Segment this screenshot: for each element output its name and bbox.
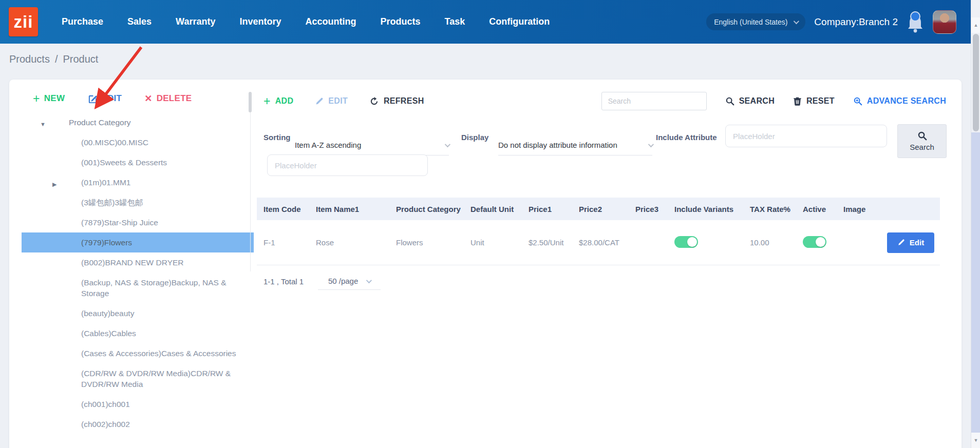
product-list-panel: + ADD EDIT REFRESH — [259, 80, 949, 448]
tree-item-label: (3罐包邮)3罐包邮 — [81, 198, 143, 207]
new-category-button[interactable]: + NEW — [33, 93, 65, 104]
tree-item-label: (Cases & Accessories)Cases & Accessories — [81, 349, 236, 358]
tree-item[interactable]: (ch001)ch001 — [22, 394, 254, 414]
tree-item[interactable]: (Backup, NAS & Storage)Backup, NAS & Sto… — [22, 272, 254, 303]
tree-item[interactable]: (ch002)ch002 — [22, 414, 254, 434]
advance-search-button[interactable]: ADVANCE SEARCH — [853, 96, 946, 106]
search-icon — [917, 131, 927, 141]
search-icon — [725, 96, 734, 106]
search-input[interactable] — [601, 92, 707, 110]
menu-item-products[interactable]: Products — [380, 16, 420, 27]
user-avatar[interactable] — [933, 10, 956, 34]
refresh-icon — [369, 96, 379, 106]
language-selector-value: English (United States) — [714, 18, 787, 26]
sorting-filter-input[interactable] — [267, 154, 428, 176]
notification-bell[interactable] — [907, 11, 924, 33]
refresh-label: REFRESH — [384, 96, 424, 106]
table-header: Item Code Item Name1 Product Category De… — [257, 198, 940, 220]
edit-category-label: EDIT — [101, 93, 122, 104]
tree-item[interactable]: (beauty)beauty — [22, 303, 254, 323]
tree-item-label: (Backup, NAS & Storage)Backup, NAS & Sto… — [81, 278, 227, 298]
add-product-label: ADD — [275, 96, 294, 106]
x-icon: ✕ — [144, 93, 152, 104]
new-category-label: NEW — [44, 93, 65, 104]
tree-item[interactable]: (Cases & Accessories)Cases & Accessories — [22, 343, 254, 363]
cell-item-name: Rose — [316, 238, 396, 247]
add-product-button[interactable]: + ADD — [263, 96, 293, 106]
search-plus-icon — [853, 96, 862, 106]
tree-item-label: (beauty)beauty — [81, 309, 134, 318]
caret-down-icon[interactable]: ▼ — [40, 119, 46, 130]
scroll-down-arrow-icon[interactable]: ▼ — [971, 433, 980, 448]
sorting-select[interactable]: Item A-Z ascending — [295, 135, 449, 155]
tree-root-label: Product Category — [69, 118, 131, 127]
menu-item-accounting[interactable]: Accounting — [305, 16, 356, 27]
scroll-up-arrow-icon[interactable]: ▲ — [971, 17, 980, 33]
active-toggle[interactable] — [803, 236, 826, 248]
column-include-variants: Include Variants — [674, 205, 750, 213]
filter-search-button[interactable]: Search — [897, 124, 947, 158]
tree-item[interactable]: ▶ (01m)01.MM1 — [22, 172, 254, 192]
menu-item-sales[interactable]: Sales — [127, 16, 152, 27]
tree-root-product-category[interactable]: ▼ Product Category — [22, 112, 254, 132]
tree-item[interactable]: (Cables)Cables — [22, 323, 254, 343]
refresh-button[interactable]: REFRESH — [369, 96, 424, 106]
cell-default-unit: Unit — [470, 238, 529, 247]
breadcrumb-product[interactable]: Product — [63, 53, 99, 65]
breadcrumb: Products / Product — [9, 53, 98, 65]
row-edit-button[interactable]: Edit — [887, 232, 934, 253]
menu-item-task[interactable]: Task — [445, 16, 465, 27]
tree-item[interactable]: (B002)BRAND NEW DRYER — [22, 252, 254, 272]
menu-item-inventory[interactable]: Inventory — [239, 16, 281, 27]
display-select-value: Do not display attribute information — [498, 141, 617, 149]
display-label: Display — [461, 133, 488, 142]
panel-divider-scrollbar[interactable] — [249, 92, 252, 271]
search-button[interactable]: SEARCH — [725, 96, 775, 106]
tree-item[interactable]: (001)Sweets & Desserts — [22, 152, 254, 172]
tree-item[interactable]: (00.MISC)00.MISC — [22, 132, 254, 152]
sorting-select-value: Item A-Z ascending — [295, 141, 361, 149]
app-logo[interactable]: zii — [9, 7, 38, 36]
page-scrollbar[interactable]: ▲ ▼ — [971, 0, 980, 448]
tree-item-label: (B002)BRAND NEW DRYER — [81, 258, 184, 267]
column-item-name: Item Name1 — [316, 205, 396, 213]
include-variants-toggle[interactable] — [674, 236, 698, 248]
panel-scrollbar-thumb[interactable] — [249, 92, 252, 112]
edit-category-button[interactable]: EDIT — [87, 93, 122, 104]
table-row: F-1 Rose Flowers Unit $2.50/Unit $28.00/… — [257, 220, 940, 265]
category-actions: + NEW EDIT ✕ DELETE — [33, 93, 192, 104]
breadcrumb-products[interactable]: Products — [9, 53, 50, 65]
tree-item[interactable]: (CDR/RW & DVDR/RW Media)CDR/RW & DVDR/RW… — [22, 363, 254, 394]
tree-item-selected[interactable]: (7979)Flowers — [22, 232, 254, 252]
cell-price2: $28.00/CAT — [579, 238, 635, 247]
menu-item-purchase[interactable]: Purchase — [62, 16, 103, 27]
search-label: SEARCH — [739, 96, 775, 106]
menu-item-configuration[interactable]: Configuration — [489, 16, 550, 27]
reset-button[interactable]: RESET — [793, 96, 835, 106]
edit-product-button[interactable]: EDIT — [315, 96, 348, 106]
pagination-range: 1-1 , Total 1 — [263, 277, 304, 286]
column-image: Image — [843, 205, 887, 213]
column-item-code: Item Code — [263, 205, 316, 213]
reset-label: RESET — [806, 96, 835, 106]
tree-item[interactable]: (3罐包邮)3罐包邮 — [22, 192, 254, 212]
include-attribute-label: Include Attribute — [656, 133, 717, 142]
tree-item-label: (7879)Star-Ship Juice — [81, 218, 158, 227]
page-size-select[interactable]: 50 /page — [318, 272, 381, 290]
sorting-label: Sorting — [263, 133, 291, 142]
breadcrumb-separator: / — [55, 53, 58, 65]
language-selector[interactable]: English (United States) — [706, 13, 805, 30]
chevron-down-icon — [366, 277, 372, 283]
tree-item-label: (7979)Flowers — [81, 238, 132, 247]
include-attribute-input[interactable] — [725, 125, 887, 147]
menu-item-warranty[interactable]: Warranty — [176, 16, 215, 27]
display-select[interactable]: Do not display attribute information — [498, 135, 652, 155]
scrollbar-thumb[interactable] — [973, 34, 979, 131]
product-toolbar: + ADD EDIT REFRESH — [263, 92, 946, 110]
page-size-value: 50 /page — [328, 277, 358, 285]
caret-right-icon[interactable]: ▶ — [52, 179, 56, 190]
scrollbar-track[interactable] — [971, 132, 980, 433]
tree-item-label: (001)Sweets & Desserts — [81, 158, 167, 167]
delete-category-button[interactable]: ✕ DELETE — [144, 93, 192, 104]
tree-item[interactable]: (7879)Star-Ship Juice — [22, 212, 254, 232]
